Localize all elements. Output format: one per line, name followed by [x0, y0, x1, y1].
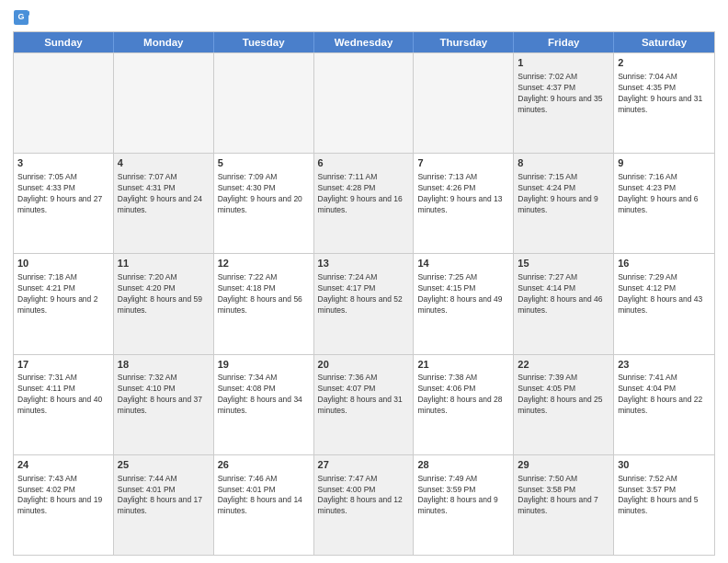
day-number: 14 — [417, 257, 509, 270]
calendar-row-2: 3Sunrise: 7:05 AM Sunset: 4:33 PM Daylig… — [14, 153, 714, 253]
cell-info: Sunrise: 7:43 AM Sunset: 4:02 PM Dayligh… — [17, 474, 109, 518]
day-number: 15 — [518, 257, 609, 270]
header-day-sunday: Sunday — [14, 32, 114, 52]
calendar-cell-21: 21Sunrise: 7:38 AM Sunset: 4:06 PM Dayli… — [414, 355, 514, 454]
day-number: 7 — [417, 156, 509, 170]
day-number: 2 — [618, 56, 711, 70]
calendar-cell-24: 24Sunrise: 7:43 AM Sunset: 4:02 PM Dayli… — [14, 455, 114, 555]
calendar-cell-10: 10Sunrise: 7:18 AM Sunset: 4:21 PM Dayli… — [14, 254, 114, 353]
calendar-cell-empty-0-3 — [314, 53, 415, 153]
day-number: 19 — [218, 358, 310, 372]
cell-info: Sunrise: 7:16 AM Sunset: 4:23 PM Dayligh… — [618, 172, 711, 216]
calendar-cell-3: 3Sunrise: 7:05 AM Sunset: 4:33 PM Daylig… — [14, 154, 114, 253]
calendar-cell-empty-0-1 — [114, 53, 214, 153]
calendar: SundayMondayTuesdayWednesdayThursdayFrid… — [13, 31, 715, 556]
calendar-cell-13: 13Sunrise: 7:24 AM Sunset: 4:17 PM Dayli… — [314, 254, 415, 353]
calendar-cell-25: 25Sunrise: 7:44 AM Sunset: 4:01 PM Dayli… — [114, 455, 214, 555]
calendar-row-5: 24Sunrise: 7:43 AM Sunset: 4:02 PM Dayli… — [14, 454, 714, 555]
cell-info: Sunrise: 7:46 AM Sunset: 4:01 PM Dayligh… — [218, 474, 310, 518]
cell-info: Sunrise: 7:04 AM Sunset: 4:35 PM Dayligh… — [618, 72, 711, 116]
day-number: 23 — [618, 358, 711, 372]
calendar-cell-22: 22Sunrise: 7:39 AM Sunset: 4:05 PM Dayli… — [514, 355, 614, 454]
cell-info: Sunrise: 7:49 AM Sunset: 3:59 PM Dayligh… — [417, 474, 509, 518]
day-number: 6 — [318, 156, 410, 170]
cell-info: Sunrise: 7:20 AM Sunset: 4:20 PM Dayligh… — [118, 272, 210, 316]
day-number: 8 — [518, 156, 609, 170]
calendar-cell-4: 4Sunrise: 7:07 AM Sunset: 4:31 PM Daylig… — [114, 154, 214, 253]
day-number: 30 — [618, 458, 711, 472]
day-number: 22 — [518, 358, 609, 372]
header-day-wednesday: Wednesday — [314, 32, 415, 52]
calendar-cell-19: 19Sunrise: 7:34 AM Sunset: 4:08 PM Dayli… — [214, 355, 314, 454]
calendar-cell-14: 14Sunrise: 7:25 AM Sunset: 4:15 PM Dayli… — [414, 254, 514, 353]
day-number: 17 — [17, 358, 109, 372]
calendar-cell-empty-0-4 — [414, 53, 514, 153]
day-number: 12 — [218, 257, 310, 270]
cell-info: Sunrise: 7:07 AM Sunset: 4:31 PM Dayligh… — [118, 172, 210, 216]
calendar-cell-16: 16Sunrise: 7:29 AM Sunset: 4:12 PM Dayli… — [614, 254, 714, 353]
calendar-cell-empty-0-2 — [214, 53, 314, 153]
calendar-cell-15: 15Sunrise: 7:27 AM Sunset: 4:14 PM Dayli… — [514, 254, 614, 353]
calendar-header: SundayMondayTuesdayWednesdayThursdayFrid… — [14, 32, 714, 52]
cell-info: Sunrise: 7:27 AM Sunset: 4:14 PM Dayligh… — [518, 272, 609, 316]
cell-info: Sunrise: 7:25 AM Sunset: 4:15 PM Dayligh… — [417, 272, 509, 316]
calendar-row-4: 17Sunrise: 7:31 AM Sunset: 4:11 PM Dayli… — [14, 354, 714, 454]
calendar-cell-5: 5Sunrise: 7:09 AM Sunset: 4:30 PM Daylig… — [214, 154, 314, 253]
calendar-cell-empty-0-0 — [14, 53, 114, 153]
logo: G — [13, 9, 31, 26]
cell-info: Sunrise: 7:38 AM Sunset: 4:06 PM Dayligh… — [417, 373, 509, 417]
cell-info: Sunrise: 7:36 AM Sunset: 4:07 PM Dayligh… — [318, 373, 410, 417]
calendar-cell-1: 1Sunrise: 7:02 AM Sunset: 4:37 PM Daylig… — [514, 53, 614, 153]
header: G — [13, 9, 715, 26]
cell-info: Sunrise: 7:32 AM Sunset: 4:10 PM Dayligh… — [118, 373, 210, 417]
day-number: 4 — [118, 156, 210, 170]
cell-info: Sunrise: 7:50 AM Sunset: 3:58 PM Dayligh… — [518, 474, 609, 518]
calendar-cell-11: 11Sunrise: 7:20 AM Sunset: 4:20 PM Dayli… — [114, 254, 214, 353]
calendar-cell-30: 30Sunrise: 7:52 AM Sunset: 3:57 PM Dayli… — [614, 455, 714, 555]
day-number: 28 — [417, 458, 509, 472]
cell-info: Sunrise: 7:41 AM Sunset: 4:04 PM Dayligh… — [618, 373, 711, 417]
day-number: 20 — [318, 358, 410, 372]
calendar-cell-12: 12Sunrise: 7:22 AM Sunset: 4:18 PM Dayli… — [214, 254, 314, 353]
calendar-row-1: 1Sunrise: 7:02 AM Sunset: 4:37 PM Daylig… — [14, 52, 714, 153]
day-number: 1 — [518, 56, 609, 70]
calendar-cell-8: 8Sunrise: 7:15 AM Sunset: 4:24 PM Daylig… — [514, 154, 614, 253]
day-number: 10 — [17, 257, 109, 270]
calendar-body: 1Sunrise: 7:02 AM Sunset: 4:37 PM Daylig… — [14, 52, 714, 555]
calendar-cell-28: 28Sunrise: 7:49 AM Sunset: 3:59 PM Dayli… — [414, 455, 514, 555]
cell-info: Sunrise: 7:15 AM Sunset: 4:24 PM Dayligh… — [518, 172, 609, 216]
day-number: 9 — [618, 156, 711, 170]
cell-info: Sunrise: 7:52 AM Sunset: 3:57 PM Dayligh… — [618, 474, 711, 518]
cell-info: Sunrise: 7:05 AM Sunset: 4:33 PM Dayligh… — [17, 172, 109, 216]
header-day-saturday: Saturday — [614, 32, 714, 52]
day-number: 27 — [318, 458, 410, 472]
cell-info: Sunrise: 7:29 AM Sunset: 4:12 PM Dayligh… — [618, 272, 711, 316]
cell-info: Sunrise: 7:11 AM Sunset: 4:28 PM Dayligh… — [318, 172, 410, 216]
cell-info: Sunrise: 7:31 AM Sunset: 4:11 PM Dayligh… — [17, 373, 109, 417]
header-day-tuesday: Tuesday — [214, 32, 314, 52]
calendar-cell-23: 23Sunrise: 7:41 AM Sunset: 4:04 PM Dayli… — [614, 355, 714, 454]
cell-info: Sunrise: 7:44 AM Sunset: 4:01 PM Dayligh… — [118, 474, 210, 518]
cell-info: Sunrise: 7:39 AM Sunset: 4:05 PM Dayligh… — [518, 373, 609, 417]
day-number: 11 — [118, 257, 210, 270]
day-number: 18 — [118, 358, 210, 372]
cell-info: Sunrise: 7:34 AM Sunset: 4:08 PM Dayligh… — [218, 373, 310, 417]
calendar-row-3: 10Sunrise: 7:18 AM Sunset: 4:21 PM Dayli… — [14, 253, 714, 353]
day-number: 24 — [17, 458, 109, 472]
day-number: 3 — [17, 156, 109, 170]
header-day-friday: Friday — [514, 32, 614, 52]
page: G SundayMondayTuesdayWednesdayThursdayFr… — [0, 0, 728, 563]
cell-info: Sunrise: 7:47 AM Sunset: 4:00 PM Dayligh… — [318, 474, 410, 518]
calendar-cell-18: 18Sunrise: 7:32 AM Sunset: 4:10 PM Dayli… — [114, 355, 214, 454]
calendar-cell-20: 20Sunrise: 7:36 AM Sunset: 4:07 PM Dayli… — [314, 355, 415, 454]
day-number: 25 — [118, 458, 210, 472]
calendar-cell-2: 2Sunrise: 7:04 AM Sunset: 4:35 PM Daylig… — [614, 53, 714, 153]
day-number: 16 — [618, 257, 711, 270]
calendar-cell-17: 17Sunrise: 7:31 AM Sunset: 4:11 PM Dayli… — [14, 355, 114, 454]
cell-info: Sunrise: 7:22 AM Sunset: 4:18 PM Dayligh… — [218, 272, 310, 316]
day-number: 29 — [518, 458, 609, 472]
header-day-monday: Monday — [114, 32, 214, 52]
cell-info: Sunrise: 7:24 AM Sunset: 4:17 PM Dayligh… — [318, 272, 410, 316]
calendar-cell-7: 7Sunrise: 7:13 AM Sunset: 4:26 PM Daylig… — [414, 154, 514, 253]
calendar-cell-26: 26Sunrise: 7:46 AM Sunset: 4:01 PM Dayli… — [214, 455, 314, 555]
